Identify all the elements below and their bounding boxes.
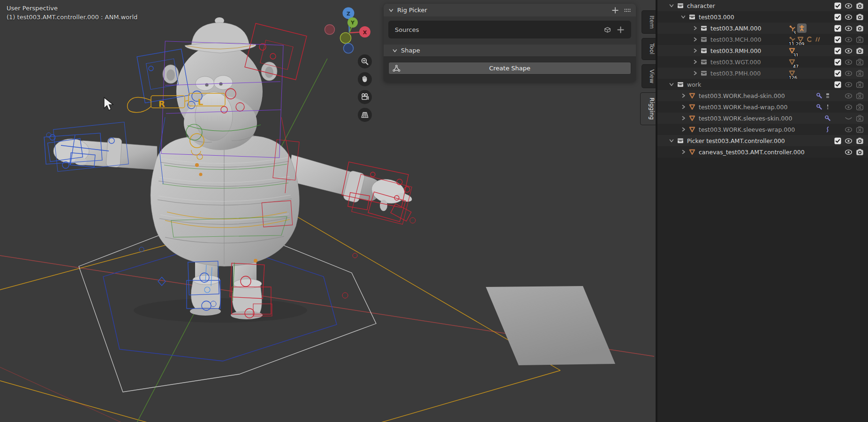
gizmo-neg-z-ball[interactable] [344,44,354,53]
chevron-right-icon[interactable] [680,127,686,132]
checkbox-icon[interactable] [834,70,841,77]
outliner-item-label[interactable]: test003.WORK.sleeves-skin.000 [699,115,792,122]
camera-icon[interactable] [856,13,864,21]
outliner-row-anm[interactable]: test003.ANM.000 3 [657,23,868,34]
camera-icon[interactable] [856,2,864,10]
navigation-gizmo[interactable]: Z Y X [323,4,377,56]
eye-icon[interactable] [845,81,853,89]
chevron-right-icon[interactable] [692,25,698,31]
outliner-row-wgt[interactable]: test003.WGT.000 47 [657,56,868,68]
outliner-row-head-wrap[interactable]: test003.WORK.head-wrap.000 [657,101,868,113]
checkbox-icon[interactable] [834,137,841,144]
checkbox-icon[interactable] [834,59,841,66]
chevron-right-icon[interactable] [680,149,686,155]
chevron-down-icon[interactable] [669,3,674,8]
gizmo-neg-y-ball[interactable] [340,33,351,44]
add-source-plus-icon[interactable] [617,26,625,34]
outliner-item-label[interactable]: character [687,2,715,9]
chevron-down-icon[interactable] [680,14,686,20]
outliner-row-work[interactable]: work [657,79,868,90]
eye-closed-icon[interactable] [845,114,853,122]
outliner-item-label[interactable]: test003.WORK.head-skin.000 [699,92,785,99]
camera-icon[interactable] [856,137,864,145]
outliner-item-label[interactable]: test003.WGT.000 [710,59,761,66]
picker-canvas-plane[interactable] [486,286,615,365]
eye-icon[interactable] [845,47,853,55]
camera-disabled-icon[interactable] [856,36,864,44]
camera-disabled-icon[interactable] [856,92,864,100]
outliner-item-label[interactable]: test003.000 [699,14,734,21]
outliner-row-character[interactable]: character [657,0,868,11]
eye-icon[interactable] [845,36,853,44]
create-shape-button[interactable]: Create Shape [388,62,631,75]
checkbox-icon[interactable] [834,2,841,9]
chevron-right-icon[interactable] [680,115,686,121]
camera-icon[interactable] [856,148,864,156]
eye-icon[interactable] [845,103,853,111]
checkbox-icon[interactable] [834,47,841,54]
tab-view[interactable]: View [642,64,656,89]
plus-icon[interactable] [611,7,619,14]
outliner-item-label[interactable]: test003.PMH.000 [710,70,761,77]
camera-disabled-icon[interactable] [856,58,864,66]
viewport-3d[interactable]: R L User Perspective (1) test003.AMT.con… [0,0,657,422]
eye-icon[interactable] [845,69,853,77]
outliner-row-sleeves-skin[interactable]: test003.WORK.sleeves-skin.000 [657,113,868,124]
armature-object-active-icon[interactable] [797,23,807,33]
outliner-row-pmh[interactable]: test003.PMH.000 126 [657,68,868,79]
outliner-item-label[interactable]: test003.WORK.sleeves-wrap.000 [699,126,795,133]
camera-disabled-icon[interactable] [856,103,864,111]
gizmo-neg-x-ball[interactable] [325,25,335,35]
outliner-item-label[interactable]: Picker test003.AMT.controller.000 [687,137,785,144]
outliner-row-head-skin[interactable]: test003.WORK.head-skin.000 [657,90,868,101]
eye-icon[interactable] [845,58,853,66]
camera-disabled-icon[interactable] [856,81,864,89]
pan-button[interactable] [358,72,372,86]
outliner-row-rmh[interactable]: test003.RMH.000 31 [657,45,868,56]
checkbox-icon[interactable] [834,81,841,88]
chevron-right-icon[interactable] [680,93,686,98]
eye-icon[interactable] [845,13,853,21]
eye-icon[interactable] [845,2,853,10]
zoom-button[interactable] [358,54,372,68]
checkbox-icon[interactable] [834,25,841,32]
chevron-right-icon[interactable] [692,48,698,53]
outliner-item-label[interactable]: test003.ANM.000 [710,25,761,32]
chevron-down-icon[interactable] [669,138,674,143]
eye-icon[interactable] [845,126,853,134]
outliner-row-mch[interactable]: test003.MCH.000 11 209 [657,34,868,45]
tab-tool[interactable]: Tool [642,38,656,60]
rig-picker-panel-header[interactable]: Rig Picker [384,4,636,16]
chevron-right-icon[interactable] [692,37,698,42]
tab-item[interactable]: Item [642,10,656,34]
eye-icon[interactable] [845,148,853,156]
outliner-item-label[interactable]: test003.MCH.000 [710,36,761,43]
eye-icon[interactable] [845,24,853,32]
camera-disabled-icon[interactable] [856,69,864,77]
outliner-row-canevas[interactable]: canevas_test003.AMT.controller.000 [657,146,868,158]
camera-icon[interactable] [856,47,864,55]
chevron-right-icon[interactable] [692,59,698,65]
outliner-item-label[interactable]: test003.RMH.000 [710,47,761,54]
drag-dots-icon[interactable] [624,7,631,14]
shape-subpanel-header[interactable]: Shape [384,45,636,56]
outliner-row-sleeves-wrap[interactable]: test003.WORK.sleeves-wrap.000 [657,124,868,135]
camera-disabled-icon[interactable] [856,126,864,134]
chevron-right-icon[interactable] [680,104,686,110]
eye-icon[interactable] [845,137,853,145]
sources-field[interactable]: Sources [388,21,631,38]
outliner-row-test003[interactable]: test003.000 [657,11,868,23]
camera-disabled-icon[interactable] [856,114,864,122]
checkbox-icon[interactable] [834,36,841,43]
chevron-down-icon[interactable] [669,82,674,87]
tab-rigging[interactable]: Rigging [640,92,656,125]
outliner-item-label[interactable]: work [687,81,701,88]
outliner-item-label[interactable]: canevas_test003.AMT.controller.000 [699,149,805,156]
outliner-item-label[interactable]: test003.WORK.head-wrap.000 [699,104,787,111]
camera-icon[interactable] [856,24,864,32]
perspective-toggle-button[interactable] [358,108,372,122]
checkbox-icon[interactable] [834,14,841,21]
camera-view-button[interactable] [358,90,372,104]
chevron-right-icon[interactable] [692,70,698,76]
outliner-row-picker[interactable]: Picker test003.AMT.controller.000 [657,135,868,146]
